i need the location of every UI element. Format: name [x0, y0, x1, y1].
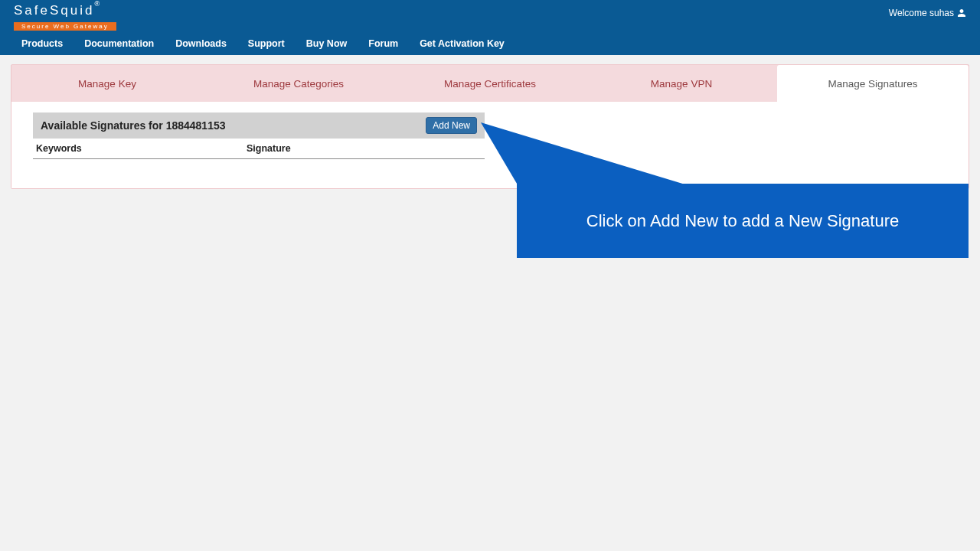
tab-manage-signatures[interactable]: Manage Signatures	[777, 65, 969, 102]
col-keywords: Keywords	[33, 139, 243, 159]
table-header-row: Keywords Signature	[33, 139, 485, 159]
tab-manage-vpn[interactable]: Manage VPN	[586, 65, 777, 102]
col-signature: Signature	[243, 139, 485, 159]
tab-manage-certificates[interactable]: Manage Certificates	[394, 65, 586, 102]
top-bar: SafeSquid® Secure Web Gateway Welcome su…	[0, 0, 980, 32]
nav-documentation[interactable]: Documentation	[84, 38, 154, 49]
panel-header: Available Signatures for 1884481153 Add …	[33, 112, 485, 139]
brand-block: SafeSquid® Secure Web Gateway	[14, 0, 116, 31]
signatures-table: Keywords Signature	[33, 139, 485, 159]
brand-registered: ®	[94, 0, 100, 8]
nav-forum[interactable]: Forum	[368, 38, 398, 49]
panel-title: Available Signatures for 1884481153	[41, 119, 226, 132]
nav-activation-key[interactable]: Get Activation Key	[420, 38, 505, 49]
nav-buy-now[interactable]: Buy Now	[306, 38, 347, 49]
callout-text: Click on Add New to add a New Signature	[586, 211, 899, 231]
main-nav: Products Documentation Downloads Support…	[0, 32, 980, 55]
tab-manage-key[interactable]: Manage Key	[11, 65, 203, 102]
callout-box: Click on Add New to add a New Signature	[517, 184, 969, 258]
callout-pointer-icon	[458, 119, 695, 187]
nav-products[interactable]: Products	[21, 38, 63, 49]
welcome-text: Welcome suhas	[889, 8, 954, 18]
brand-name: SafeSquid	[14, 3, 94, 18]
nav-support[interactable]: Support	[248, 38, 285, 49]
tab-manage-categories[interactable]: Manage Categories	[203, 65, 394, 102]
tab-strip: Manage Key Manage Categories Manage Cert…	[11, 65, 969, 102]
nav-downloads[interactable]: Downloads	[175, 38, 227, 49]
welcome-user[interactable]: Welcome suhas	[889, 8, 966, 18]
brand-tagline: Secure Web Gateway	[14, 22, 116, 31]
brand-logo: SafeSquid®	[14, 0, 116, 18]
svg-marker-0	[481, 122, 695, 187]
user-icon	[957, 8, 966, 18]
